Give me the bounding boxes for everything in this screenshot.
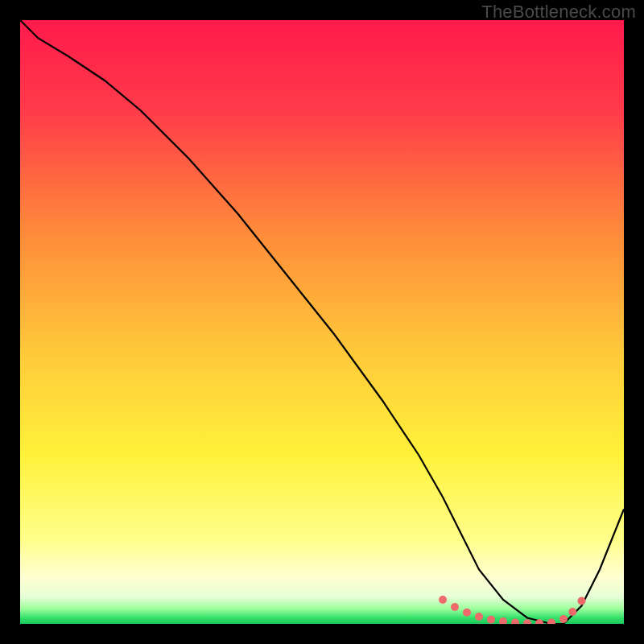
- chart-frame: [20, 20, 624, 624]
- plot-svg: [20, 20, 624, 624]
- marker-dot: [568, 608, 576, 616]
- gradient-background: [20, 20, 624, 624]
- marker-dot: [451, 603, 459, 611]
- marker-dot: [439, 596, 447, 604]
- marker-dot: [559, 615, 568, 623]
- marker-dot: [475, 613, 483, 621]
- marker-dot: [487, 616, 495, 624]
- marker-dot: [463, 609, 471, 617]
- marker-dot: [578, 597, 586, 605]
- watermark-text: TheBottleneck.com: [481, 2, 636, 23]
